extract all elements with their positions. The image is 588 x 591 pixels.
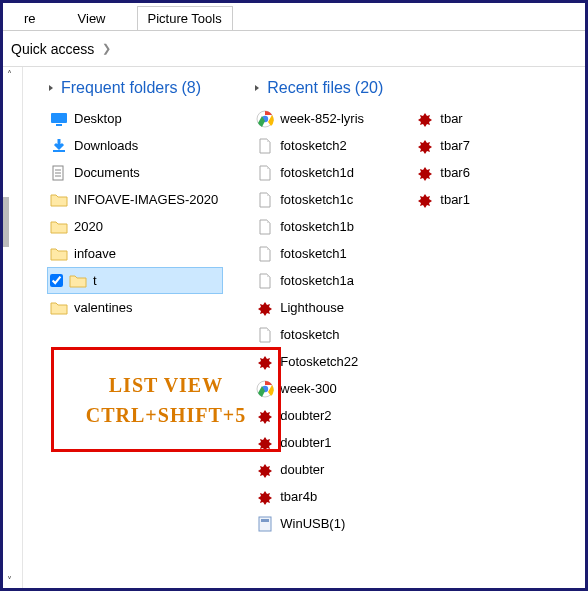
item-label: INFOAVE-IMAGES-2020 <box>74 192 218 207</box>
bug-icon <box>416 191 434 209</box>
item-label: tbar <box>440 111 462 126</box>
nav-scroll-up[interactable]: ˄ <box>7 69 12 80</box>
bug-icon <box>416 137 434 155</box>
item-label: week-300 <box>280 381 336 396</box>
bug-icon <box>256 488 274 506</box>
item-label: tbar4b <box>280 489 317 504</box>
folder-item[interactable]: t <box>47 267 223 294</box>
item-label: tbar1 <box>440 192 470 207</box>
tab-share[interactable]: re <box>13 6 47 30</box>
item-label: fotosketch <box>280 327 339 342</box>
folder-item[interactable]: valentines <box>47 294 223 321</box>
item-label: tbar7 <box>440 138 470 153</box>
item-label: valentines <box>74 300 133 315</box>
recent-files-overflow: x tbartbar7tbar6tbar1 <box>413 79 475 537</box>
nav-scroll-handle[interactable] <box>3 197 9 247</box>
item-label: fotosketch1b <box>280 219 354 234</box>
frequent-folders-header[interactable]: Frequent folders (8) <box>47 79 223 97</box>
annotation-line1: LIST VIEW <box>109 370 223 400</box>
nav-pane: ˄ ˅ <box>3 67 23 588</box>
folder-item[interactable]: Desktop <box>47 105 223 132</box>
file-icon <box>256 245 274 263</box>
file-icon <box>256 191 274 209</box>
folder-icon <box>50 245 68 263</box>
documents-icon <box>50 164 68 182</box>
file-icon <box>256 272 274 290</box>
file-icon <box>256 218 274 236</box>
frequent-title: Frequent folders <box>61 79 178 97</box>
file-item[interactable]: fotosketch1 <box>253 240 383 267</box>
file-item[interactable]: WinUSB(1) <box>253 510 383 537</box>
file-item[interactable]: tbar6 <box>413 159 475 186</box>
chrome-icon <box>256 110 274 128</box>
folder-item[interactable]: INFOAVE-IMAGES-2020 <box>47 186 223 213</box>
item-label: Documents <box>74 165 140 180</box>
item-label: fotosketch1 <box>280 246 347 261</box>
select-checkbox[interactable] <box>50 274 63 287</box>
annotation-line2: CTRL+SHIFT+5 <box>86 400 246 430</box>
tab-view[interactable]: View <box>67 6 117 30</box>
frequent-count: (8) <box>182 79 202 97</box>
downloads-icon <box>50 137 68 155</box>
folder-item[interactable]: Downloads <box>47 132 223 159</box>
breadcrumb-location[interactable]: Quick access <box>11 41 94 57</box>
file-item[interactable]: tbar1 <box>413 186 475 213</box>
file-item[interactable]: Lighthouse <box>253 294 383 321</box>
file-icon <box>256 164 274 182</box>
item-label: fotosketch1c <box>280 192 353 207</box>
recent-files-group: Recent files (20) week-852-lyrisfotosket… <box>253 79 383 537</box>
folder-item[interactable]: 2020 <box>47 213 223 240</box>
nav-scroll-down[interactable]: ˅ <box>7 575 12 586</box>
tab-picture-tools[interactable]: Picture Tools <box>137 6 233 30</box>
item-label: doubter <box>280 462 324 477</box>
item-label: t <box>93 273 97 288</box>
item-label: doubter2 <box>280 408 331 423</box>
ribbon-tabs: re View Picture Tools <box>3 3 585 31</box>
caret-down-icon <box>253 83 263 93</box>
bug-icon <box>416 164 434 182</box>
frequent-folders-group: Frequent folders (8) DesktopDownloadsDoc… <box>47 79 223 537</box>
item-label: tbar6 <box>440 165 470 180</box>
file-item[interactable]: fotosketch <box>253 321 383 348</box>
folder-icon <box>50 191 68 209</box>
chevron-right-icon[interactable]: ❯ <box>102 42 111 55</box>
item-label: Lighthouse <box>280 300 344 315</box>
folder-item[interactable]: Documents <box>47 159 223 186</box>
file-icon <box>256 137 274 155</box>
file-item[interactable]: tbar7 <box>413 132 475 159</box>
item-label: fotosketch1a <box>280 273 354 288</box>
file-item[interactable]: tbar <box>413 105 475 132</box>
desktop-icon <box>50 110 68 128</box>
bug-icon <box>256 461 274 479</box>
folder-icon <box>69 272 87 290</box>
folder-icon <box>50 299 68 317</box>
item-label: 2020 <box>74 219 103 234</box>
item-label: infoave <box>74 246 116 261</box>
item-label: Desktop <box>74 111 122 126</box>
recent-files-header[interactable]: Recent files (20) <box>253 79 383 97</box>
file-list: Frequent folders (8) DesktopDownloadsDoc… <box>23 67 585 588</box>
item-label: Downloads <box>74 138 138 153</box>
address-bar[interactable]: Quick access ❯ <box>3 31 585 67</box>
item-label: Fotosketch22 <box>280 354 358 369</box>
folder-item[interactable]: infoave <box>47 240 223 267</box>
item-label: WinUSB(1) <box>280 516 345 531</box>
file-item[interactable]: fotosketch1a <box>253 267 383 294</box>
batch-icon <box>256 515 274 533</box>
file-item[interactable]: tbar4b <box>253 483 383 510</box>
file-item[interactable]: fotosketch1c <box>253 186 383 213</box>
recent-title: Recent files <box>267 79 351 97</box>
bug-icon <box>416 110 434 128</box>
file-icon <box>256 326 274 344</box>
file-item[interactable]: fotosketch1b <box>253 213 383 240</box>
file-item[interactable]: fotosketch1d <box>253 159 383 186</box>
annotation-box: LIST VIEW CTRL+SHIFT+5 <box>51 347 281 452</box>
file-item[interactable]: doubter <box>253 456 383 483</box>
item-label: doubter1 <box>280 435 331 450</box>
file-item[interactable]: week-852-lyris <box>253 105 383 132</box>
recent-count: (20) <box>355 79 383 97</box>
file-item[interactable]: fotosketch2 <box>253 132 383 159</box>
caret-down-icon <box>47 83 57 93</box>
item-label: fotosketch1d <box>280 165 354 180</box>
item-label: fotosketch2 <box>280 138 347 153</box>
